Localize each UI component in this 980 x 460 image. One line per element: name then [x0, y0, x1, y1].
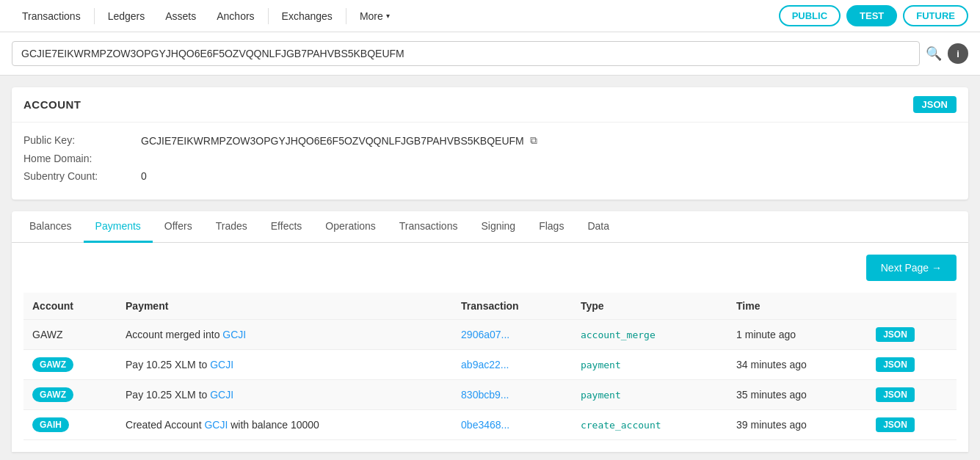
transaction-link[interactable]: 830bcb9...: [461, 389, 509, 401]
account-badge[interactable]: GAWZ: [32, 387, 73, 402]
nav-anchors[interactable]: Anchors: [206, 0, 264, 32]
row-payment: Pay 10.25 XLM to GCJI: [117, 350, 452, 380]
nav-ledgers[interactable]: Ledgers: [98, 0, 156, 32]
tab-trades[interactable]: Trades: [204, 211, 259, 243]
copy-icon[interactable]: ⧉: [530, 134, 537, 147]
chevron-down-icon: ▾: [386, 12, 390, 20]
tab-balances[interactable]: Balances: [18, 211, 84, 243]
tab-flags[interactable]: Flags: [527, 211, 576, 243]
row-transaction: 2906a07...: [452, 320, 572, 350]
info-icon: i: [957, 48, 959, 59]
col-account: Account: [23, 293, 117, 320]
tab-transactions[interactable]: Transactions: [388, 211, 470, 243]
table-row: GAWZPay 10.25 XLM to GCJIab9ac22...payme…: [23, 350, 957, 380]
payment-link[interactable]: GCJI: [210, 359, 233, 370]
row-json-button[interactable]: JSON: [876, 417, 915, 432]
row-transaction: 830bcb9...: [452, 380, 572, 410]
home-domain-label: Home Domain:: [23, 153, 141, 164]
row-json-cell: JSON: [867, 350, 957, 380]
next-page-bar: Next Page →: [23, 255, 957, 281]
tab-offers[interactable]: Offers: [153, 211, 204, 243]
account-title: ACCOUNT: [23, 98, 81, 111]
row-json-button[interactable]: JSON: [876, 387, 915, 402]
home-domain-row: Home Domain:: [23, 153, 957, 164]
row-payment: Account merged into GCJI: [117, 320, 452, 350]
tab-signing[interactable]: Signing: [469, 211, 527, 243]
future-button[interactable]: FUTURE: [903, 5, 968, 26]
table-row: GAWZAccount merged into GCJI2906a07...ac…: [23, 320, 957, 350]
public-button[interactable]: PUBLIC: [779, 5, 841, 26]
payment-link[interactable]: GCJI: [222, 329, 246, 340]
next-page-button[interactable]: Next Page →: [866, 255, 957, 281]
payment-link[interactable]: GCJI: [210, 389, 233, 401]
nav-bar: Transactions Ledgers Assets Anchors Exch…: [0, 0, 980, 32]
account-body: Public Key: GCJIE7EIKWRMPZOW3OPGYJHQO6E6…: [12, 123, 968, 200]
search-button[interactable]: 🔍: [926, 45, 942, 62]
account-badge[interactable]: GAIH: [32, 417, 69, 432]
row-json-button[interactable]: JSON: [876, 357, 915, 372]
table-row: GAIHCreated Account GCJI with balance 10…: [23, 410, 957, 440]
col-transaction: Transaction: [452, 293, 572, 320]
tab-data[interactable]: Data: [576, 211, 621, 243]
type-link[interactable]: create_account: [581, 420, 661, 431]
row-payment: Created Account GCJI with balance 10000: [117, 410, 452, 440]
payment-link[interactable]: GCJI: [204, 419, 228, 431]
nav-assets[interactable]: Assets: [155, 0, 206, 32]
type-link[interactable]: payment: [581, 390, 621, 401]
nav-links: Transactions Ledgers Assets Anchors Exch…: [12, 0, 779, 32]
table-row: GAWZPay 10.25 XLM to GCJI830bcb9...payme…: [23, 380, 957, 410]
row-time: 1 minute ago: [727, 320, 867, 350]
transaction-link[interactable]: 0be3468...: [461, 419, 509, 431]
row-type: account_merge: [572, 320, 727, 350]
row-account: GAIH: [23, 410, 117, 440]
transaction-link[interactable]: ab9ac22...: [461, 359, 509, 370]
type-link[interactable]: account_merge: [581, 329, 656, 340]
subentry-count-label: Subentry Count:: [23, 170, 141, 182]
row-time: 34 minutes ago: [727, 350, 867, 380]
payments-table: AccountPaymentTransactionTypeTime GAWZAc…: [23, 293, 957, 440]
row-transaction: ab9ac22...: [452, 350, 572, 380]
subentry-count-value: 0: [141, 170, 147, 182]
public-key-row: Public Key: GCJIE7EIKWRMPZOW3OPGYJHQO6E6…: [23, 134, 957, 147]
row-json-cell: JSON: [867, 410, 957, 440]
tab-payments[interactable]: Payments: [84, 211, 153, 243]
content-area: Next Page → AccountPaymentTransactionTyp…: [12, 243, 968, 452]
row-transaction: 0be3468...: [452, 410, 572, 440]
row-account: GAWZ: [23, 380, 117, 410]
account-header: ACCOUNT JSON: [12, 87, 968, 123]
tab-effects[interactable]: Effects: [259, 211, 314, 243]
type-link[interactable]: payment: [581, 359, 621, 370]
account-card: ACCOUNT JSON Public Key: GCJIE7EIKWRMPZO…: [12, 87, 968, 200]
search-bar: 🔍 i: [0, 32, 980, 76]
info-button[interactable]: i: [948, 43, 968, 64]
tabs-container: BalancesPaymentsOffersTradesEffectsOpera…: [12, 211, 968, 243]
tab-operations[interactable]: Operations: [313, 211, 387, 243]
nav-more-label: More: [360, 10, 383, 22]
row-type: create_account: [572, 410, 727, 440]
search-input[interactable]: [12, 41, 920, 66]
nav-exchanges[interactable]: Exchanges: [272, 0, 343, 32]
nav-sep-1: [94, 8, 95, 24]
row-time: 35 minutes ago: [727, 380, 867, 410]
nav-more[interactable]: More ▾: [349, 0, 400, 32]
public-key-label: Public Key:: [23, 134, 141, 146]
tabs: BalancesPaymentsOffersTradesEffectsOpera…: [12, 211, 968, 243]
table-body: GAWZAccount merged into GCJI2906a07...ac…: [23, 320, 957, 440]
row-payment: Pay 10.25 XLM to GCJI: [117, 380, 452, 410]
row-time: 39 minutes ago: [727, 410, 867, 440]
account-json-button[interactable]: JSON: [913, 96, 957, 113]
transaction-link[interactable]: 2906a07...: [461, 329, 509, 340]
subentry-count-row: Subentry Count: 0: [23, 170, 957, 182]
row-json-button[interactable]: JSON: [876, 327, 915, 342]
search-icon: 🔍: [926, 46, 942, 61]
nav-buttons: PUBLIC TEST FUTURE: [779, 5, 968, 26]
nav-sep-2: [268, 8, 269, 24]
col-payment: Payment: [117, 293, 452, 320]
col-time: Time: [727, 293, 867, 320]
account-badge[interactable]: GAWZ: [32, 357, 73, 372]
col-type: Type: [572, 293, 727, 320]
row-json-cell: JSON: [867, 320, 957, 350]
nav-transactions[interactable]: Transactions: [12, 0, 91, 32]
test-button[interactable]: TEST: [846, 5, 897, 26]
public-key-value: GCJIE7EIKWRMPZOW3OPGYJHQO6E6F5OZVQQNLFJG…: [141, 134, 537, 147]
